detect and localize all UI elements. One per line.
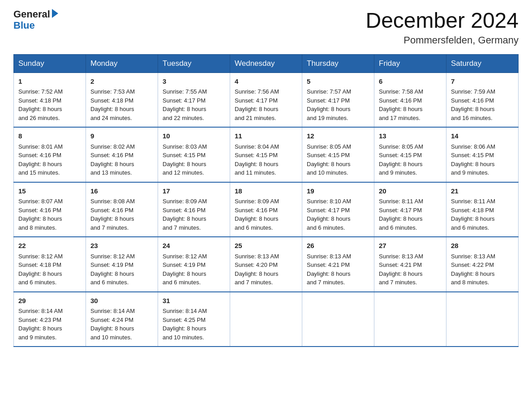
cell-info-line: Sunset: 4:18 PM <box>18 97 61 104</box>
cell-info-line: Sunset: 4:17 PM <box>307 207 350 214</box>
cell-info-line: Sunrise: 8:06 AM <box>451 143 495 150</box>
cell-info-line: and 21 minutes. <box>235 115 276 121</box>
cell-info-line: and 6 minutes. <box>307 224 345 231</box>
cell-info-line: Sunset: 4:21 PM <box>307 261 350 268</box>
cell-info-line: Sunset: 4:18 PM <box>451 207 494 214</box>
table-row: 21Sunrise: 8:11 AMSunset: 4:18 PMDayligh… <box>446 182 519 237</box>
cell-info-line: Sunset: 4:21 PM <box>379 261 422 268</box>
cell-info-line: Sunset: 4:16 PM <box>451 97 494 104</box>
cell-info-line: Daylight: 8 hours <box>163 106 206 112</box>
day-number: 23 <box>90 241 153 251</box>
cell-info-line: and 10 minutes. <box>90 334 132 341</box>
cell-info-line: and 9 minutes. <box>18 334 56 341</box>
cell-info-line: Sunrise: 8:12 AM <box>163 253 207 260</box>
day-number: 15 <box>18 186 81 197</box>
table-row: 23Sunrise: 8:12 AMSunset: 4:19 PMDayligh… <box>86 237 158 292</box>
table-row: 13Sunrise: 8:05 AMSunset: 4:15 PMDayligh… <box>374 127 446 182</box>
table-row <box>446 292 519 347</box>
table-row: 11Sunrise: 8:04 AMSunset: 4:15 PMDayligh… <box>230 127 302 182</box>
cell-info-line: Daylight: 8 hours <box>379 106 423 112</box>
col-thursday: Thursday <box>302 54 374 73</box>
cell-info-line: Sunset: 4:18 PM <box>90 97 133 104</box>
table-row: 30Sunrise: 8:14 AMSunset: 4:24 PMDayligh… <box>86 292 158 347</box>
cell-info-line: Sunrise: 7:57 AM <box>307 88 351 95</box>
logo-general: General <box>13 9 50 20</box>
cell-info-line: Sunrise: 8:05 AM <box>307 143 351 150</box>
cell-info-line: Sunset: 4:17 PM <box>307 97 350 104</box>
day-number: 13 <box>379 131 442 141</box>
table-row <box>302 292 374 347</box>
day-number: 22 <box>18 241 81 251</box>
cell-info-line: Sunrise: 8:02 AM <box>90 143 135 150</box>
table-row: 17Sunrise: 8:09 AMSunset: 4:16 PMDayligh… <box>158 182 230 237</box>
cell-info-line: Sunset: 4:16 PM <box>163 207 206 214</box>
cell-info-line: Sunset: 4:15 PM <box>235 152 278 158</box>
cell-info-line: Sunrise: 8:12 AM <box>18 253 63 260</box>
cell-info-line: and 7 minutes. <box>307 279 345 286</box>
table-row: 1Sunrise: 7:52 AMSunset: 4:18 PMDaylight… <box>14 73 86 127</box>
cell-info-line: Daylight: 8 hours <box>18 161 62 167</box>
table-row: 19Sunrise: 8:10 AMSunset: 4:17 PMDayligh… <box>302 182 374 237</box>
day-number: 17 <box>163 186 225 197</box>
cell-info-line: Sunset: 4:22 PM <box>451 261 494 268</box>
cell-info-line: and 7 minutes. <box>379 279 417 286</box>
cell-info-line: and 19 minutes. <box>307 115 348 121</box>
day-number: 7 <box>451 77 514 87</box>
cell-info-line: Sunrise: 8:10 AM <box>307 198 351 205</box>
cell-info-line: Sunrise: 8:14 AM <box>18 308 63 314</box>
cell-info-line: Sunrise: 8:01 AM <box>18 143 63 150</box>
day-number: 18 <box>235 186 297 197</box>
cell-info-line: and 15 minutes. <box>18 169 60 176</box>
day-number: 31 <box>163 296 225 306</box>
calendar-table: Sunday Monday Tuesday Wednesday Thursday… <box>13 54 519 347</box>
day-number: 1 <box>18 77 81 87</box>
cell-info-line: and 6 minutes. <box>379 224 417 231</box>
cell-info-line: Sunrise: 8:09 AM <box>163 198 207 205</box>
cell-info-line: Sunset: 4:23 PM <box>18 317 61 323</box>
cell-info-line: Sunset: 4:15 PM <box>451 152 494 158</box>
day-number: 12 <box>307 131 369 141</box>
cell-info-line: Daylight: 8 hours <box>307 106 351 112</box>
cell-info-line: Sunrise: 8:05 AM <box>379 143 423 150</box>
table-row <box>374 292 446 347</box>
day-number: 19 <box>307 186 369 197</box>
cell-info-line: Sunrise: 8:04 AM <box>235 143 279 150</box>
cell-info-line: Daylight: 8 hours <box>451 215 495 222</box>
cell-info-line: Sunrise: 8:13 AM <box>379 253 423 260</box>
header-row: Sunday Monday Tuesday Wednesday Thursday… <box>14 54 519 73</box>
cell-info-line: Sunrise: 8:07 AM <box>18 198 63 205</box>
table-row: 16Sunrise: 8:08 AMSunset: 4:16 PMDayligh… <box>86 182 158 237</box>
cell-info-line: Sunrise: 8:11 AM <box>379 198 423 205</box>
day-number: 21 <box>451 186 514 197</box>
cell-info-line: Sunset: 4:17 PM <box>163 97 206 104</box>
cell-info-line: and 17 minutes. <box>379 115 420 121</box>
cell-info-line: Daylight: 8 hours <box>235 161 279 167</box>
cell-info-line: Daylight: 8 hours <box>379 270 423 277</box>
cell-info-line: and 10 minutes. <box>307 169 348 176</box>
cell-info-line: and 24 minutes. <box>90 115 132 121</box>
cell-info-line: and 9 minutes. <box>451 169 489 176</box>
cell-info-line: Sunset: 4:16 PM <box>18 207 61 214</box>
title-block: December 2024 Pommersfelden, Germany <box>365 9 519 46</box>
cell-info-line: Sunset: 4:16 PM <box>235 207 278 214</box>
cell-info-line: and 6 minutes. <box>90 279 129 286</box>
cell-info-line: Daylight: 8 hours <box>163 270 206 277</box>
table-row: 27Sunrise: 8:13 AMSunset: 4:21 PMDayligh… <box>374 237 446 292</box>
cell-info-line: Daylight: 8 hours <box>18 106 62 112</box>
table-row: 12Sunrise: 8:05 AMSunset: 4:15 PMDayligh… <box>302 127 374 182</box>
calendar-title: December 2024 <box>365 9 519 33</box>
cell-info-line: Sunset: 4:15 PM <box>379 152 422 158</box>
cell-info-line: and 10 minutes. <box>163 334 204 341</box>
cell-info-line: Daylight: 8 hours <box>163 215 206 222</box>
cell-info-line: Sunrise: 7:55 AM <box>163 88 207 95</box>
table-row: 10Sunrise: 8:03 AMSunset: 4:15 PMDayligh… <box>158 127 230 182</box>
cell-info-line: Sunset: 4:25 PM <box>163 317 206 323</box>
cell-info-line: and 11 minutes. <box>235 169 276 176</box>
cell-info-line: and 9 minutes. <box>379 169 417 176</box>
day-number: 11 <box>235 131 297 141</box>
cell-info-line: Daylight: 8 hours <box>163 325 206 332</box>
cell-info-line: Daylight: 8 hours <box>90 161 134 167</box>
cell-info-line: Daylight: 8 hours <box>451 270 495 277</box>
cell-info-line: Sunrise: 8:03 AM <box>163 143 207 150</box>
col-sunday: Sunday <box>14 54 86 73</box>
